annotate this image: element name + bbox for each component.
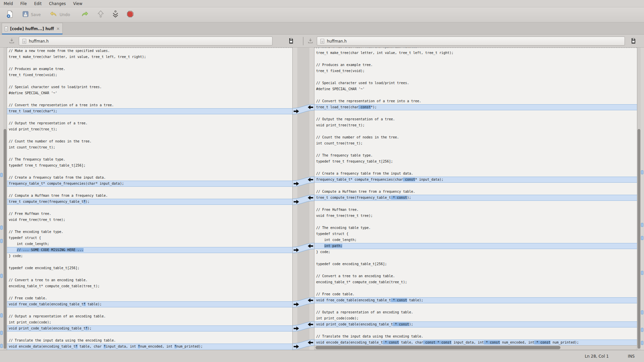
diff-inline-change: const (403, 178, 415, 181)
file-header-row: huffman.h huffman.h (0, 35, 644, 48)
undo-button[interactable]: Undo (47, 9, 72, 20)
overview-chunk-marker (0, 274, 3, 278)
code-line: // Special character used to load/print … (7, 84, 292, 90)
code-line: typedef tree_t frequency_table_t[256]; (314, 159, 637, 165)
code-line: #define SPECIAL_CHAR '~' (7, 90, 292, 96)
code-line: int count_tree(tree_t); (7, 144, 292, 150)
overview-chunk-marker (0, 313, 3, 317)
header-divider (303, 37, 303, 45)
stop-icon (127, 10, 134, 19)
code-line: // Create a frequency table from the inp… (7, 175, 292, 181)
diff-changed-line: void print_code_table(encoding_table_t*)… (7, 325, 292, 331)
code-line (7, 169, 292, 175)
right-vertical-scrollbar[interactable] (637, 48, 641, 350)
diff-inline-change: * (86, 326, 88, 330)
code-line: // Create a frequency table from the inp… (314, 171, 637, 177)
code-line: // Produces an example tree. (314, 62, 637, 68)
overview-chunk-marker (641, 271, 643, 275)
code-line: typedef code encoding_table_t[256]; (314, 261, 637, 267)
menu-file[interactable]: File (17, 0, 31, 7)
meld-window: Meld File Edit Changes View (0, 0, 644, 362)
right-vscroll-thumb[interactable] (638, 129, 640, 349)
save-button[interactable]: Save (20, 9, 43, 20)
code-line (314, 285, 637, 291)
right-file-doc-icon (320, 39, 324, 44)
diff-inline-change: * const (393, 322, 409, 326)
code-line: // Special character used to load/print … (314, 80, 637, 86)
overview-chunk-marker (0, 239, 3, 243)
code-line: // Output the representation of a tree. (7, 120, 292, 126)
left-file-button[interactable]: huffman.h (19, 37, 273, 46)
menu-view[interactable]: View (69, 0, 86, 7)
code-line: // Free Huffman tree. (314, 207, 637, 213)
code-line: // Count the number of nodes in the tree… (7, 138, 292, 144)
right-file-name: huffman.h (327, 39, 347, 44)
left-vertical-scrollbar[interactable] (3, 48, 7, 350)
code-line (314, 56, 637, 62)
diff-changed-line: // ... SOME CODE MISSING HERE ... (7, 247, 292, 253)
save-icon (22, 11, 29, 19)
diff-inline-change: const * const (423, 341, 451, 344)
code-line: // The frequency table type. (7, 157, 292, 163)
code-line (7, 271, 292, 277)
code-line: // Convert the representation of a tree … (7, 102, 292, 108)
code-line: #define SPECIAL_CHAR '~' (314, 86, 637, 92)
code-line: // Output the representation of a tree. (314, 116, 637, 122)
code-line: // Free code table. (314, 291, 637, 297)
code-line: // Count the number of nodes in the tree… (314, 134, 637, 140)
diff-inline-change: * const (534, 341, 550, 344)
previous-change-button[interactable] (95, 9, 106, 21)
code-line: encoding_table_t* compute_code_table(tre… (314, 279, 637, 285)
new-comparison-button[interactable] (5, 9, 15, 20)
left-vscroll-thumb[interactable] (4, 129, 6, 349)
code-line: typedef tree_t frequency_table_t[256]; (7, 163, 292, 169)
code-line (314, 183, 637, 189)
code-line: // Convert a tree to an encoding table. (314, 273, 637, 279)
diff-inline-change: * (104, 345, 106, 348)
cursor-position: Ln 28, Col 1 (585, 354, 609, 359)
menu-edit[interactable]: Edit (31, 0, 45, 7)
code-line: // Compute a Huffman tree from a frequen… (314, 189, 637, 195)
code-line (314, 219, 637, 225)
code-line: // The frequency table type. (314, 153, 637, 159)
code-line: // The encoding table type. (7, 229, 292, 235)
code-line (7, 259, 292, 265)
save-left-pane-icon[interactable] (9, 38, 15, 45)
document-icon (5, 26, 8, 31)
code-line: int print_code(code); (314, 315, 637, 321)
left-code-pane[interactable]: // Make a new tree node from the specifi… (7, 48, 293, 350)
tab-close-icon[interactable]: ✕ (56, 27, 60, 31)
menu-meld[interactable]: Meld (0, 0, 17, 7)
diff-changed-line: frequency_table_t* compute_frequencies(c… (7, 181, 292, 187)
save-right-pane-icon[interactable] (307, 38, 313, 45)
diff-inline-change: * const (391, 298, 407, 302)
code-line (314, 110, 637, 116)
diff-inline-change: * const (383, 341, 399, 344)
code-line: // Convert a tree to an encoding table. (7, 277, 292, 283)
right-hscroll-thumb[interactable] (315, 346, 560, 349)
overview-chunk-marker (0, 173, 3, 177)
code-line (7, 60, 292, 66)
stop-button[interactable] (125, 9, 136, 20)
diff-changed-line: void encode_data(encoding_table_t * cons… (314, 340, 637, 345)
code-line: typedef struct { (314, 231, 637, 237)
code-line: int print_code(code); (7, 319, 292, 325)
overview-chunk-marker (641, 236, 643, 240)
menu-changes[interactable]: Changes (45, 0, 69, 7)
right-horizontal-scrollbar[interactable] (314, 345, 637, 350)
diff-inline-change: * (138, 345, 140, 348)
right-file-button[interactable]: huffman.h (317, 37, 625, 46)
merge-gutter (293, 48, 314, 350)
code-line: // Produces an example tree. (7, 66, 292, 72)
diff-inline-change: const (358, 105, 370, 109)
code-line: // Output a representation of an encodin… (7, 313, 292, 319)
right-file-modified-icon (630, 38, 636, 46)
diff-inline-change: * (84, 302, 86, 306)
tab-huffman-comparison[interactable]: [code] huffm...] huffman.h ✕ (2, 23, 63, 35)
redo-button[interactable] (79, 9, 91, 20)
overview-chunk-marker (0, 226, 3, 230)
next-change-button[interactable] (110, 9, 121, 21)
left-chunk-dashed-boundary (7, 48, 292, 48)
code-line (7, 150, 292, 157)
right-code-pane[interactable]: // Make a new tree node from the specifi… (314, 48, 637, 345)
